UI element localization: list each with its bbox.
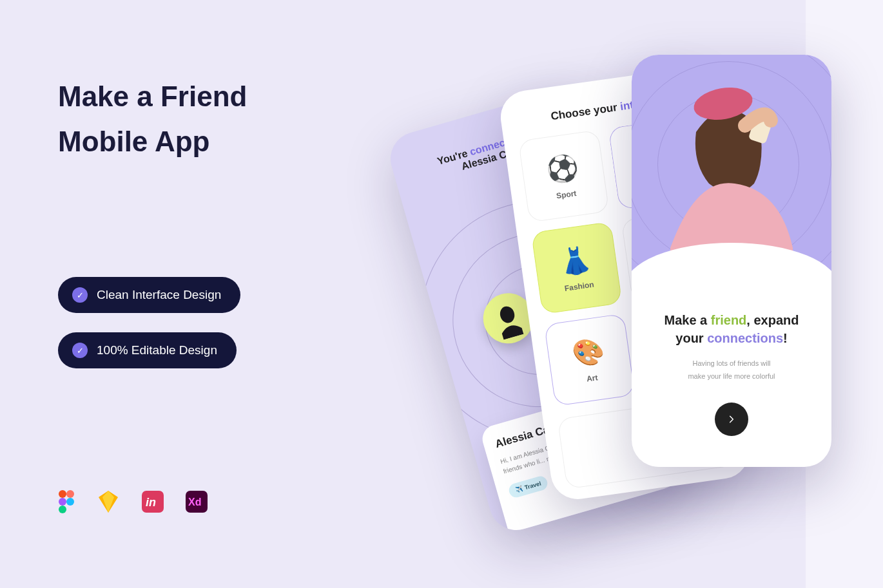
page-title: Make a Friend Mobile App: [58, 74, 247, 165]
onboarding-heading: Make a friend, expand your connections!: [650, 311, 813, 347]
sub-line: make your life more colorful: [650, 370, 813, 383]
tile-art[interactable]: 🎨 Art: [544, 314, 636, 406]
invision-icon: in: [142, 491, 164, 515]
svg-text:Xd: Xd: [188, 497, 201, 507]
text: , expand: [746, 313, 799, 327]
dress-icon: 👗: [558, 243, 594, 278]
title-line-2: Mobile App: [58, 119, 247, 164]
phone-showcase: You're connected with Alessia Cara! Ales…: [361, 55, 877, 583]
text: Choose your: [550, 100, 621, 122]
tool-icons: in Xd: [58, 489, 208, 517]
check-icon: ✓: [72, 287, 88, 303]
xd-icon: Xd: [186, 491, 208, 515]
tile-label: Art: [586, 373, 598, 383]
tile-sport[interactable]: ⚽ Sport: [518, 129, 610, 222]
feature-pill-2: ✓ 100% Editable Design: [58, 332, 237, 368]
hero-image: [632, 55, 831, 293]
sub-line: Having lots of friends will: [650, 357, 813, 370]
phone-3-onboarding: Make a friend, expand your connections! …: [632, 55, 831, 467]
feature-pills: ✓ Clean Interface Design ✓ 100% Editable…: [58, 277, 240, 388]
chip-label: Travel: [524, 480, 542, 491]
figma-icon: [58, 489, 75, 517]
svg-point-0: [59, 490, 66, 498]
text-highlight-purple: connections: [707, 331, 783, 345]
onboarding-sub: Having lots of friends will make your li…: [650, 357, 813, 383]
common-text: You & Alessia have ... things in common: [541, 536, 675, 536]
title-line-1: Make a Friend: [58, 74, 247, 119]
text: !: [783, 331, 788, 345]
soccer-icon: ⚽: [545, 151, 581, 186]
tile-fashion[interactable]: 👗 Fashion: [531, 222, 623, 314]
feature-pill-2-label: 100% Editable Design: [97, 343, 217, 357]
svg-point-1: [66, 490, 74, 498]
svg-point-4: [59, 506, 66, 513]
onboarding-body: Make a friend, expand your connections! …: [632, 293, 831, 449]
text: your: [675, 331, 707, 345]
sketch-icon: [97, 491, 120, 515]
tile-label: Fashion: [564, 280, 595, 292]
svg-point-3: [66, 498, 74, 506]
tile-label: Sport: [556, 189, 577, 200]
text: Make a: [665, 313, 711, 327]
feature-pill-1-label: Clean Interface Design: [97, 288, 221, 302]
svg-point-11: [498, 305, 516, 325]
palette-icon: 🎨: [570, 335, 606, 370]
chip-travel[interactable]: ✈️ Travel: [507, 475, 549, 499]
svg-text:in: in: [146, 496, 156, 509]
next-button[interactable]: [715, 403, 748, 436]
chevron-right-icon: [727, 415, 736, 424]
svg-point-2: [59, 498, 66, 506]
text-highlight-green: friend: [711, 313, 747, 327]
plane-icon: ✈️: [514, 486, 523, 494]
feature-pill-1: ✓ Clean Interface Design: [58, 277, 240, 313]
check-icon: ✓: [72, 343, 88, 358]
